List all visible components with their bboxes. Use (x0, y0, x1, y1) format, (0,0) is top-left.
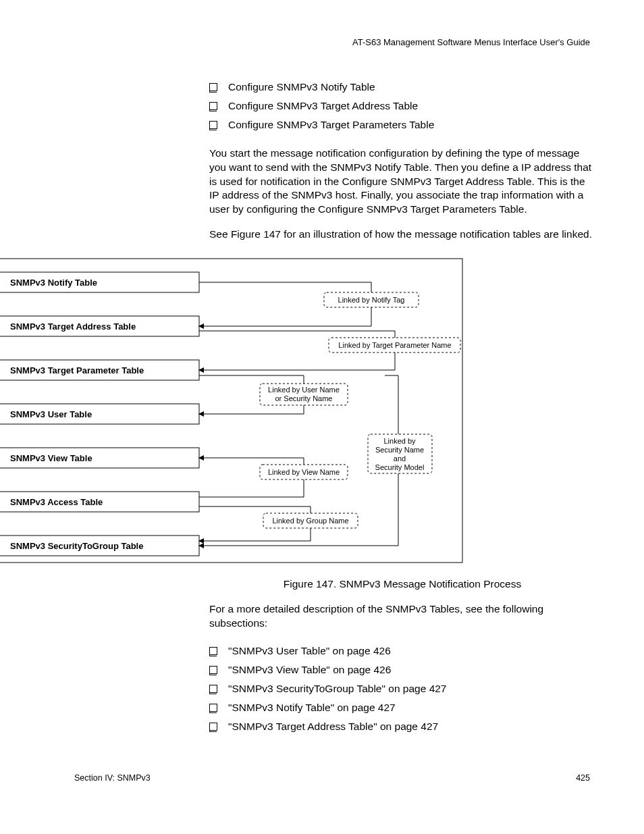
link-notify-tag: Linked by Notify Tag (338, 296, 405, 304)
paragraph-see-figure: See Figure 147 for an illustration of ho… (209, 228, 595, 242)
link-group-name: Linked by Group Name (272, 517, 348, 525)
bottom-bullet-list: "SNMPv3 User Table" on page 426 "SNMPv3 … (209, 642, 595, 735)
bullet-icon (209, 685, 217, 693)
link-user-name-2: or Security Name (275, 394, 333, 402)
footer-page-number: 425 (576, 773, 590, 783)
top-bullet-list: Configure SNMPv3 Notify Table Configure … (209, 78, 595, 134)
box-sec2group: SNMPv3 SecurityToGroup Table (10, 541, 143, 551)
link-sec4: Security Model (375, 463, 425, 471)
list-item: "SNMPv3 SecurityToGroup Table" on page 4… (209, 679, 595, 698)
box-user: SNMPv3 User Table (10, 409, 92, 419)
bullet-text: "SNMPv3 View Table" on page 426 (228, 660, 391, 679)
bullet-icon (209, 666, 217, 674)
list-item: Configure SNMPv3 Notify Table (209, 78, 595, 97)
list-item: Configure SNMPv3 Target Parameters Table (209, 115, 595, 134)
box-view: SNMPv3 View Table (10, 453, 92, 463)
figure-147: SNMPv3 Notify Table SNMPv3 Target Addres… (0, 255, 466, 566)
bullet-icon (209, 102, 217, 110)
bullet-icon (209, 723, 217, 731)
link-sec2: Security Name (375, 446, 424, 454)
box-target-address: SNMPv3 Target Address Table (10, 321, 136, 332)
box-target-param: SNMPv3 Target Parameter Table (10, 365, 144, 375)
list-item: "SNMPv3 View Table" on page 426 (209, 660, 595, 679)
box-notify: SNMPv3 Notify Table (10, 278, 97, 288)
box-access: SNMPv3 Access Table (10, 497, 103, 507)
link-sec1: Linked by (383, 437, 416, 445)
bullet-text: "SNMPv3 User Table" on page 426 (228, 642, 391, 660)
list-item: "SNMPv3 Notify Table" on page 427 (209, 698, 595, 717)
link-view-name: Linked by View Name (268, 468, 340, 476)
bullet-icon (209, 647, 217, 655)
bullet-text: "SNMPv3 SecurityToGroup Table" on page 4… (228, 679, 447, 698)
bullet-text: Configure SNMPv3 Notify Table (228, 78, 375, 97)
bullet-icon (209, 121, 217, 129)
bullet-text: "SNMPv3 Target Address Table" on page 42… (228, 717, 438, 736)
list-item: "SNMPv3 User Table" on page 426 (209, 642, 595, 660)
bullet-icon (209, 83, 217, 91)
bullet-icon (209, 704, 217, 712)
paragraph-detail: For a more detailed description of the S… (209, 602, 595, 631)
list-item: "SNMPv3 Target Address Table" on page 42… (209, 717, 595, 736)
bullet-text: Configure SNMPv3 Target Address Table (228, 97, 418, 115)
bullet-text: Configure SNMPv3 Target Parameters Table (228, 115, 434, 134)
figure-caption: Figure 147. SNMPv3 Message Notification … (209, 578, 595, 590)
bullet-text: "SNMPv3 Notify Table" on page 427 (228, 698, 396, 717)
paragraph-intro: You start the message notification confi… (209, 147, 595, 217)
link-sec3: and (394, 454, 406, 463)
link-target-param: Linked by Target Parameter Name (338, 341, 451, 349)
footer-section: Section IV: SNMPv3 (74, 773, 151, 783)
list-item: Configure SNMPv3 Target Address Table (209, 97, 595, 115)
link-user-name-1: Linked by User Name (268, 386, 340, 394)
page-header: AT-S63 Management Software Menus Interfa… (81, 37, 595, 47)
